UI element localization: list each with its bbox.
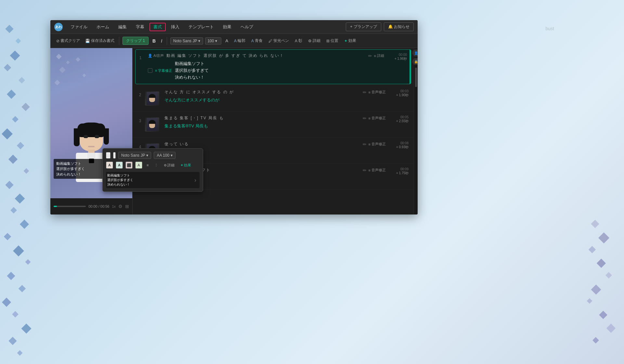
edit-icon-3[interactable]: ✏	[363, 116, 367, 121]
edit-icon-1[interactable]: ✏	[368, 53, 372, 58]
phonetic-text-4: 使って いる	[164, 141, 189, 147]
time-info-3: 00:05	[400, 115, 409, 119]
italic-button[interactable]: I	[159, 37, 164, 45]
thumb-inner-3	[145, 117, 159, 132]
audio-fix-btn-3[interactable]: ≡ 音声修正	[369, 116, 386, 121]
phonetic-text-1: 動画 編集 ソフト 選択肢 が 多 すぎ て 決め られ ない！	[166, 53, 284, 58]
popup-highlight-color-button[interactable]: A	[135, 162, 142, 169]
fill-color-icon: A	[118, 163, 121, 167]
audio-fix-btn-5[interactable]: ≡ 音声修正	[369, 168, 386, 173]
popup-effect-button[interactable]: ✦ 効果	[179, 162, 193, 169]
menu-item-home[interactable]: ホーム	[93, 23, 113, 31]
highlight-icon: 🖊	[268, 39, 272, 43]
row-subtitle-1: ≡ 字幕修正 動画編集ソフト 選択肢が多すぎて 決められない！	[148, 60, 384, 81]
menu-icon: ≡	[369, 168, 370, 172]
effect-icon: ✦	[180, 163, 183, 167]
video-controls: 00:00 / 00:56 1x ⚙ ⊞	[50, 198, 132, 214]
popup-color-row: A A ⬛ A ≡ ⋮ ⚙ 詳細	[106, 162, 200, 169]
progress-fill	[54, 206, 57, 207]
highlight-btn-icon: A	[137, 163, 140, 167]
menu-item-template[interactable]: テンプレート	[185, 23, 218, 31]
subtitle-line2: 選択肢が多すぎて	[175, 67, 209, 74]
edit-icon-2[interactable]: ✏	[363, 90, 367, 95]
logo-icon: あわ	[54, 23, 63, 31]
bold-italic-group: B I	[150, 37, 167, 45]
grid-icon[interactable]: ⊞	[125, 204, 129, 209]
font-size-input[interactable]: 100 ▾	[205, 37, 221, 45]
detail-button[interactable]: ⚙ 詳細	[306, 37, 322, 45]
menu-item-subtitle[interactable]: 字幕	[132, 23, 148, 31]
edit-icon-5[interactable]: ✏	[363, 168, 367, 173]
chevron-down-icon: ▾	[198, 39, 200, 43]
menu-item-format[interactable]: 書式	[150, 23, 166, 31]
popup-bg-color-button[interactable]: ⬛	[125, 162, 133, 169]
effect-toolbar-button[interactable]: ✦ 効果	[342, 37, 358, 45]
popup-fill-color-button[interactable]: A	[116, 162, 123, 169]
menu-item-help[interactable]: ヘルプ	[237, 23, 257, 31]
text-color-icon: A	[225, 38, 228, 43]
menu-bar: あわ ファイル ホーム 編集 字幕 書式 挿入 テンプレート 効果 ヘルプ + …	[50, 20, 418, 34]
subtitle-row-2: 2	[133, 85, 414, 111]
detail-icon: ⚙	[308, 39, 312, 43]
menu-item-effects[interactable]: 効果	[219, 23, 235, 31]
phonetic-text-3: 集まる 集客 [・] TV 局長 も	[164, 115, 224, 121]
menu-icon: ≡	[369, 116, 370, 120]
row-top-3: 集まる 集客 [・] TV 局長 も ✏ ≡ 音声修正	[164, 115, 386, 121]
popup-preview: 動画編集ソフト 選択肢が多すぎく 決められない！ ›	[106, 172, 200, 188]
text-format-popup: B I Noto Sans JP ▾ AA 100 ▾ A	[102, 148, 203, 192]
audio-fix-btn-4[interactable]: ≡ 音声修正	[369, 142, 386, 147]
popup-text-color-button[interactable]: A	[106, 162, 113, 169]
background-button[interactable]: A 青食	[249, 37, 265, 45]
scrollbar[interactable]: 👤 🔒	[414, 48, 418, 214]
bg-color-icon: ⬛	[127, 163, 131, 167]
popup-size-select[interactable]: AA 100 ▾	[154, 152, 176, 159]
position-button[interactable]: ⊞ 位置	[324, 37, 340, 45]
duration-info-2: + 1.90秒	[396, 93, 409, 98]
text-color-button[interactable]: A	[223, 37, 230, 45]
audio-fix-btn-1[interactable]: ≡ 詳細	[374, 53, 384, 58]
highlight-button[interactable]: 🖊 蛍光ペン	[266, 37, 291, 45]
bold-button[interactable]: B	[150, 37, 158, 45]
scrollbar-thumb[interactable]	[415, 68, 417, 87]
popup-align-button[interactable]: ≡	[145, 162, 150, 168]
save-format-button[interactable]: 💾 保存済み書式	[83, 37, 116, 45]
video-preview: 動画編集ソフト 選択肢が多すぎく 決められない！ 00:00 / 00:56 1…	[50, 48, 133, 214]
edit-icon-4[interactable]: ✏	[363, 142, 367, 147]
audio-fix-btn-2[interactable]: ≡ 音声修正	[369, 90, 386, 95]
ai-badge: 👤 AI音声	[148, 53, 164, 58]
notification-button[interactable]: 🔔 お知らせ	[384, 22, 414, 31]
outline-button[interactable]: A 輪郭	[232, 37, 247, 45]
popup-detail-button[interactable]: ⚙ 詳細	[162, 162, 176, 169]
tag-icon: ≡	[155, 69, 157, 72]
subtitle-checkbox-1[interactable]	[148, 68, 152, 73]
plan-up-button[interactable]: + プランアップ	[346, 22, 381, 31]
position-icon: ⊞	[326, 39, 330, 43]
time-info-5: 00:09	[400, 167, 409, 171]
menu-item-file[interactable]: ファイル	[67, 23, 91, 31]
format-clear-icon: ⊘	[56, 39, 59, 43]
menu-icon: ≡	[369, 90, 370, 94]
menu-item-edit[interactable]: 編集	[114, 23, 131, 31]
row-top-1: 👤 AI音声 動画 編集 ソフト 選択肢 が 多 すぎ て 決め られ ない！ …	[148, 53, 384, 58]
duration-info-3: + 2.55秒	[396, 119, 409, 124]
font-selector[interactable]: Noto Sans JP ▾	[170, 37, 203, 45]
shadow-button[interactable]: A 彰	[293, 37, 304, 45]
settings-icon[interactable]: ⚙	[118, 204, 123, 209]
progress-bar[interactable]	[54, 206, 86, 207]
popup-format-row: B I Noto Sans JP ▾ AA 100 ▾	[106, 152, 200, 159]
subtitle-row-3: 3	[133, 111, 414, 137]
popup-list-button[interactable]: ⋮	[153, 162, 160, 168]
row-actions-4: ✏ ≡ 音声修正	[363, 142, 386, 147]
row-top-4: 使って いる ✏ ≡ 音声修正	[164, 141, 386, 147]
popup-italic-button[interactable]: I	[113, 152, 116, 159]
popup-font-select[interactable]: Noto Sans JP ▾	[118, 152, 151, 159]
row-actions-2: ✏ ≡ 音声修正	[363, 90, 386, 95]
popup-bold-button[interactable]: B	[106, 152, 110, 159]
time-display: 00:00 / 00:56	[88, 204, 109, 208]
subtitle-line1: 動画編集ソフト	[175, 60, 209, 67]
expand-icon[interactable]: ›	[194, 177, 196, 184]
phonetic-text-2: そんな 方 に オススメ する の が	[164, 89, 234, 95]
row-right-1: 00:00 + 1.96秒	[387, 50, 410, 84]
menu-item-insert[interactable]: 挿入	[167, 23, 183, 31]
format-clear-button[interactable]: ⊘ 書式クリア	[54, 37, 82, 45]
